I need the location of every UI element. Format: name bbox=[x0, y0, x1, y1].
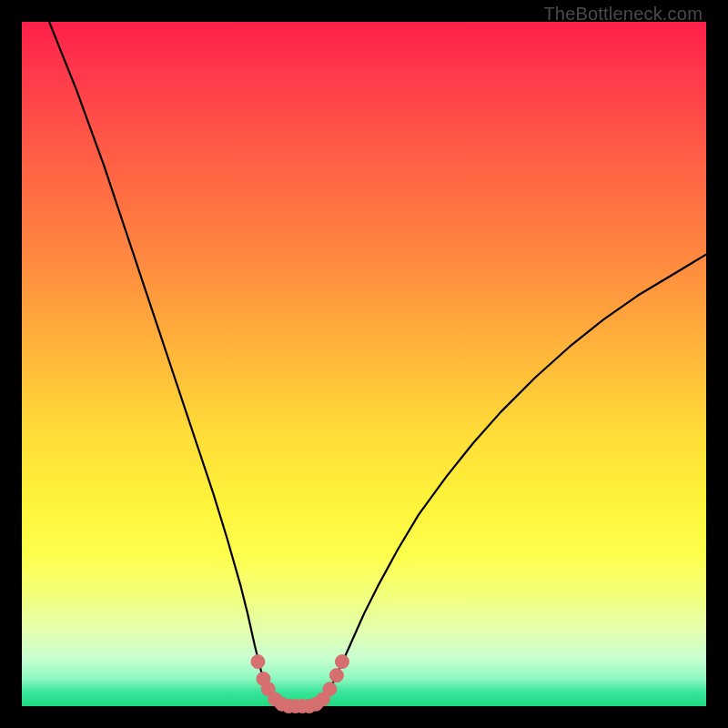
highlight-dot bbox=[335, 655, 349, 669]
curve-svg bbox=[22, 22, 706, 706]
highlight-dot bbox=[323, 682, 337, 696]
bottleneck-curve bbox=[49, 22, 706, 706]
watermark-text: TheBottleneck.com bbox=[543, 4, 703, 25]
highlight-dot bbox=[329, 669, 343, 682]
plot-area bbox=[22, 22, 706, 706]
highlight-dot bbox=[251, 655, 265, 669]
chart-frame: TheBottleneck.com bbox=[0, 0, 728, 728]
highlight-markers bbox=[251, 655, 349, 713]
